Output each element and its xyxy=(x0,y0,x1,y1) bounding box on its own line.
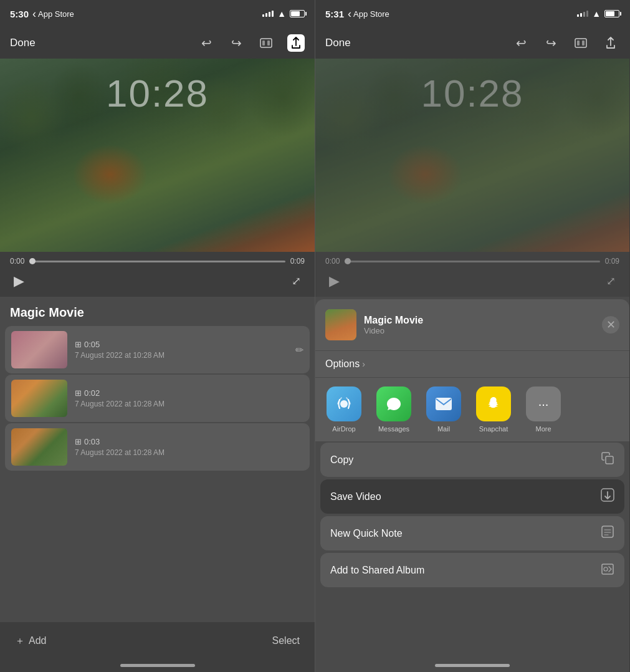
right-end-time: 0:09 xyxy=(605,257,619,266)
right-share-icon[interactable] xyxy=(602,34,619,52)
add-button[interactable]: ＋ Add xyxy=(15,635,46,648)
status-left: 5:30 App Store xyxy=(10,8,74,19)
svg-rect-3 xyxy=(575,39,586,47)
clip-item: ⊞ 0:03 7 August 2022 at 10:28 AM xyxy=(5,423,310,471)
right-redo-icon[interactable]: ↪ xyxy=(542,34,560,52)
svg-rect-1 xyxy=(262,41,265,46)
right-video-background: 10:28 xyxy=(315,59,629,252)
snapchat-icon xyxy=(476,386,511,421)
play-button[interactable]: ▶ xyxy=(14,273,24,289)
more-icon: ··· xyxy=(526,386,561,421)
more-app-item[interactable]: ··· More xyxy=(525,386,562,433)
signal-icon xyxy=(262,11,274,17)
options-button[interactable]: Options › xyxy=(325,358,619,370)
clip-thumbnail-1 xyxy=(11,331,67,368)
clip-item: ⊞ 0:02 7 August 2022 at 10:28 AM xyxy=(5,375,310,422)
right-done-button[interactable]: Done xyxy=(325,37,351,49)
clip-thumbnail-3 xyxy=(11,428,67,466)
snapchat-app-item[interactable]: Snapchat xyxy=(475,386,512,433)
share-actions: Copy Save Video xyxy=(315,443,629,589)
mail-label: Mail xyxy=(437,425,450,433)
undo-icon[interactable]: ↩ xyxy=(198,34,215,52)
left-toolbar: Done ↩ ↪ xyxy=(0,27,315,59)
video-background: 10:28 xyxy=(0,59,315,252)
clip-duration-1: 0:05 xyxy=(84,340,100,349)
clip-type-icon-2: ⊞ xyxy=(75,388,82,398)
share-close-button[interactable]: ✕ xyxy=(602,316,619,334)
right-toolbar-icons: ↩ ↪ xyxy=(512,34,619,52)
right-status-bar: 5:31 App Store ▲ xyxy=(315,0,629,27)
svg-rect-8 xyxy=(606,456,613,464)
right-battery-icon xyxy=(604,10,619,17)
left-video-preview: 10:28 xyxy=(0,59,315,252)
fullscreen-button[interactable]: ⤢ xyxy=(292,274,301,288)
right-undo-icon[interactable]: ↩ xyxy=(512,34,530,52)
right-status-left: 5:31 App Store xyxy=(325,8,389,19)
battery-icon xyxy=(290,10,305,17)
right-back-label[interactable]: App Store xyxy=(348,8,389,19)
left-content: Magic Movie ⊞ 0:05 7 August 2022 at 10:2… xyxy=(0,297,315,622)
save-video-action[interactable]: Save Video xyxy=(320,479,624,514)
clip-duration-2: 0:02 xyxy=(84,388,100,398)
messages-label: Messages xyxy=(378,425,409,433)
right-video-preview: 10:28 xyxy=(315,59,629,252)
quick-note-icon xyxy=(601,525,614,542)
svg-point-6 xyxy=(340,400,348,408)
clip-type-icon-3: ⊞ xyxy=(75,437,82,446)
chevron-right-icon: › xyxy=(362,359,365,369)
clip-list: ⊞ 0:05 7 August 2022 at 10:28 AM ✏ ⊞ 0:0… xyxy=(0,326,315,471)
left-back-label[interactable]: App Store xyxy=(32,8,74,19)
scrubber-track[interactable] xyxy=(29,261,285,262)
select-button[interactable]: Select xyxy=(272,635,300,646)
clip-duration-3: 0:03 xyxy=(84,437,100,446)
save-video-icon xyxy=(601,488,614,505)
left-panel: 5:30 App Store ▲ Done ↩ ↪ xyxy=(0,0,315,672)
video-time-overlay: 10:28 xyxy=(106,71,209,115)
airdrop-app-item[interactable]: AirDrop xyxy=(325,386,363,433)
right-status-right: ▲ xyxy=(577,9,619,19)
copy-label: Copy xyxy=(330,454,353,466)
mail-app-item[interactable]: Mail xyxy=(425,386,462,433)
clip-date-1: 7 August 2022 at 10:28 AM xyxy=(75,351,288,360)
left-status-right: ▲ xyxy=(262,9,305,19)
right-scrubber: 0:00 0:09 ▶ ⤢ xyxy=(315,252,629,297)
clip-edit-button-1[interactable]: ✏ xyxy=(295,344,303,356)
share-thumbnail xyxy=(325,309,356,340)
airdrop-icon xyxy=(327,386,361,421)
end-time: 0:09 xyxy=(290,257,305,266)
wifi-icon: ▲ xyxy=(277,9,286,19)
right-play-button[interactable]: ▶ xyxy=(329,273,340,289)
clip-type-icon-1: ⊞ xyxy=(75,340,82,349)
share-header: Magic Movie Video ✕ xyxy=(315,299,629,350)
right-playback-controls: ▶ ⤢ xyxy=(325,268,619,294)
airdrop-label: AirDrop xyxy=(332,425,355,433)
share-icon[interactable] xyxy=(287,34,305,52)
left-time: 5:30 xyxy=(10,9,29,19)
right-fullscreen-button[interactable]: ⤢ xyxy=(606,274,616,288)
clip-info-3: ⊞ 0:03 7 August 2022 at 10:28 AM xyxy=(75,437,303,457)
trim-icon[interactable] xyxy=(257,34,275,52)
right-trim-icon[interactable] xyxy=(572,34,589,52)
playback-controls: ▶ ⤢ xyxy=(10,268,305,294)
share-title: Magic Movie xyxy=(364,315,423,326)
right-scrubber-track[interactable] xyxy=(345,261,599,262)
share-title-group: Magic Movie Video xyxy=(364,315,423,335)
right-toolbar: Done ↩ ↪ xyxy=(315,27,629,59)
plus-icon: ＋ xyxy=(15,635,25,648)
svg-rect-0 xyxy=(260,39,272,47)
add-shared-album-action[interactable]: Add to Shared Album xyxy=(320,553,624,587)
add-shared-album-label: Add to Shared Album xyxy=(330,565,424,576)
right-scrubber-thumb[interactable] xyxy=(345,258,351,264)
right-panel: 5:31 App Store ▲ Done ↩ ↪ xyxy=(315,0,629,672)
share-subtitle: Video xyxy=(364,326,423,335)
copy-action[interactable]: Copy xyxy=(320,443,624,477)
scrubber-thumb[interactable] xyxy=(29,258,36,264)
right-signal-icon xyxy=(577,11,588,17)
more-label: More xyxy=(535,425,551,433)
share-sheet: Magic Movie Video ✕ Options › xyxy=(315,299,629,672)
redo-icon[interactable]: ↪ xyxy=(227,34,245,52)
right-start-time: 0:00 xyxy=(325,257,340,266)
new-quick-note-action[interactable]: New Quick Note xyxy=(320,516,624,550)
left-done-button[interactable]: Done xyxy=(10,37,36,49)
messages-app-item[interactable]: Messages xyxy=(375,386,413,433)
